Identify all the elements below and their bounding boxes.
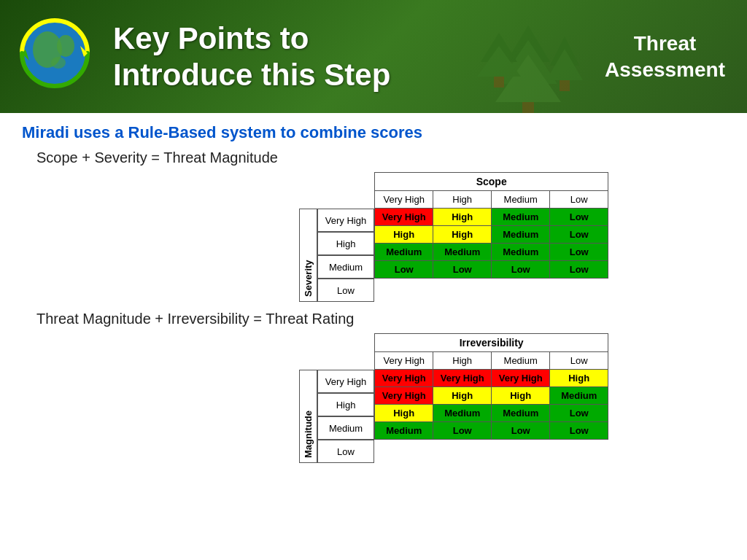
t2-l-h: Low: [433, 422, 492, 440]
cell-m-m: Medium: [492, 244, 550, 261]
svg-point-2: [57, 35, 74, 57]
scope-col-header: Scope: [375, 173, 608, 191]
scope-vh: Very High: [375, 191, 433, 209]
t2-h-m: High: [492, 387, 550, 405]
cell-l-h: Low: [433, 261, 492, 279]
header-title-text: Key Points to Introduce this Step: [113, 20, 390, 93]
mag-row-m: Medium: [317, 416, 374, 440]
header-right-label: Threat Assessment: [605, 30, 725, 83]
t2-m-m: Medium: [492, 405, 550, 422]
severity-label: Severity: [299, 209, 317, 302]
cell-m-l: Low: [550, 244, 608, 261]
svg-rect-12: [494, 77, 504, 88]
row-header-l: Low: [317, 279, 374, 302]
irrev-m: Medium: [492, 352, 550, 370]
table1-matrix: Severity Very High High Medium Low Scope: [299, 172, 608, 302]
t2-m-h: Medium: [433, 405, 492, 422]
t2-m-vh: High: [375, 405, 433, 422]
t2-l-l: Low: [550, 422, 608, 440]
irrev-h: High: [433, 352, 492, 370]
scope-m: Medium: [492, 191, 550, 209]
irrev-vh: Very High: [375, 352, 433, 370]
t2-h-vh: Very High: [375, 387, 433, 405]
cell-h-h: High: [433, 226, 492, 244]
row-header-h: High: [317, 232, 374, 255]
cell-l-l: Low: [550, 261, 608, 279]
tree-decoration: [455, 18, 601, 113]
table2-matrix: Magnitude Very High High Medium Low Irre…: [299, 333, 608, 463]
header: Key Points to Introduce this Step Threat…: [0, 0, 747, 113]
irrev-col-header: Irreversibility: [375, 334, 608, 352]
logo: [15, 13, 102, 101]
t2-l-vh: Medium: [375, 422, 433, 440]
cell-l-vh: Low: [375, 261, 433, 279]
cell-vh-l: Low: [550, 209, 608, 226]
t2-vh-m: Very High: [492, 370, 550, 387]
mag-row-h: High: [317, 393, 374, 416]
header-title: Key Points to Introduce this Step: [113, 20, 390, 93]
row-header-vh: Very High: [317, 209, 374, 232]
magnitude-irrev-table: Irreversibility Very High High Medium Lo…: [374, 333, 608, 440]
formula1: Scope + Severity = Threat Magnitude: [36, 149, 725, 166]
cell-l-m: Low: [492, 261, 550, 279]
main-content: Miradi uses a Rule-Based system to combi…: [0, 113, 747, 482]
scope-h: High: [433, 191, 492, 209]
t2-vh-h: Very High: [433, 370, 492, 387]
row-header-m: Medium: [317, 255, 374, 279]
mag-row-vh: Very High: [317, 370, 374, 393]
t2-h-l: Medium: [550, 387, 608, 405]
cell-h-vh: High: [375, 226, 433, 244]
scope-l: Low: [550, 191, 608, 209]
irrev-l: Low: [550, 352, 608, 370]
subtitle: Miradi uses a Rule-Based system to combi…: [22, 123, 725, 142]
cell-vh-vh: Very High: [375, 209, 433, 226]
formula2: Threat Magnitude + Irreversibility = Thr…: [36, 311, 725, 327]
t2-l-m: Low: [492, 422, 550, 440]
table1-container: Severity Very High High Medium Low Scope: [22, 172, 725, 302]
scope-severity-table: Scope Very High High Medium Low Very Hig…: [374, 172, 608, 279]
cell-m-vh: Medium: [375, 244, 433, 261]
cell-h-m: Medium: [492, 226, 550, 244]
table2-container: Magnitude Very High High Medium Low Irre…: [22, 333, 725, 463]
mag-row-l: Low: [317, 440, 374, 463]
t2-h-h: High: [433, 387, 492, 405]
svg-rect-9: [522, 102, 534, 113]
t2-vh-l: High: [550, 370, 608, 387]
cell-h-l: Low: [550, 226, 608, 244]
magnitude-label: Magnitude: [299, 370, 317, 463]
t2-m-l: Low: [550, 405, 608, 422]
cell-m-h: Medium: [433, 244, 492, 261]
cell-vh-m: Medium: [492, 209, 550, 226]
svg-rect-15: [560, 80, 570, 91]
svg-point-3: [51, 57, 66, 69]
t2-vh-vh: Very High: [375, 370, 433, 387]
cell-vh-h: High: [433, 209, 492, 226]
